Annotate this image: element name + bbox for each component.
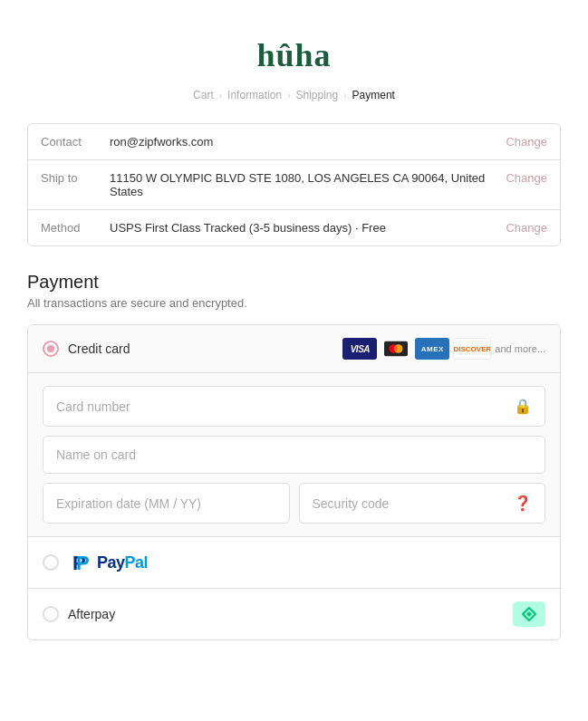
- credit-card-radio[interactable]: [43, 341, 59, 357]
- payment-title: Payment: [27, 272, 561, 293]
- mastercard-icon: [381, 338, 411, 360]
- amex-icon: AMEX: [415, 338, 449, 360]
- name-on-card-input[interactable]: [56, 447, 532, 462]
- breadcrumb-payment: Payment: [352, 89, 395, 101]
- breadcrumb: Cart › Information › Shipping › Payment: [27, 89, 561, 101]
- paypal-radio[interactable]: [43, 554, 59, 571]
- lock-icon: 🔒: [514, 398, 532, 415]
- chevron-icon-3: ›: [343, 91, 346, 101]
- help-icon[interactable]: ❓: [514, 495, 532, 512]
- info-box: Contact ron@zipfworks.com Change Ship to…: [27, 123, 561, 246]
- shipto-value: 11150 W OLYMPIC BLVD STE 1080, LOS ANGEL…: [110, 171, 491, 198]
- paypal-option[interactable]: P P PayPal: [28, 537, 560, 589]
- card-number-field[interactable]: 🔒: [43, 386, 545, 427]
- paypal-wordmark: PayPal: [97, 553, 148, 572]
- shipto-label: Ship to: [41, 171, 95, 185]
- credit-card-option[interactable]: Credit card VISA AMEX: [28, 325, 560, 373]
- visa-icon: VISA: [342, 338, 377, 360]
- breadcrumb-information[interactable]: Information: [227, 89, 282, 101]
- expiry-field[interactable]: [43, 483, 290, 524]
- payment-panel: Credit card VISA AMEX: [27, 324, 561, 640]
- logo: hûha: [27, 36, 561, 74]
- payment-section: Payment All transactions are secure and …: [27, 272, 561, 640]
- afterpay-icon: [513, 601, 545, 627]
- method-change[interactable]: Change: [506, 221, 547, 235]
- afterpay-radio[interactable]: [43, 606, 59, 622]
- name-on-card-field[interactable]: [43, 436, 545, 474]
- credit-card-label: Credit card: [68, 341, 333, 356]
- expiry-input[interactable]: [56, 496, 276, 511]
- contact-label: Contact: [41, 135, 95, 149]
- logo-area: hûha: [27, 18, 561, 89]
- afterpay-label: Afterpay: [68, 607, 504, 621]
- card-fields: 🔒 ❓: [28, 373, 560, 537]
- info-row-method: Method USPS First Class Tracked (3-5 bus…: [28, 210, 560, 245]
- method-value: USPS First Class Tracked (3-5 business d…: [110, 221, 491, 235]
- paypal-logo: P P PayPal: [68, 550, 148, 575]
- info-row-shipto: Ship to 11150 W OLYMPIC BLVD STE 1080, L…: [28, 160, 560, 210]
- shipto-change[interactable]: Change: [506, 171, 547, 185]
- svg-text:P: P: [76, 552, 90, 574]
- breadcrumb-shipping[interactable]: Shipping: [295, 89, 338, 101]
- breadcrumb-cart[interactable]: Cart: [193, 89, 214, 101]
- card-icons: VISA AMEX DISCOVER and more..: [342, 338, 545, 360]
- card-number-input[interactable]: [56, 399, 514, 414]
- afterpay-option[interactable]: Afterpay: [28, 589, 560, 639]
- security-code-field[interactable]: ❓: [299, 483, 546, 524]
- method-label: Method: [41, 221, 95, 235]
- security-code-input[interactable]: [313, 496, 515, 511]
- page-wrapper: hûha Cart › Information › Shipping › Pay…: [0, 0, 588, 677]
- chevron-icon-1: ›: [219, 91, 222, 101]
- contact-change[interactable]: Change: [506, 135, 547, 149]
- discover-icon: DISCOVER: [453, 338, 491, 360]
- info-row-contact: Contact ron@zipfworks.com Change: [28, 124, 560, 160]
- paypal-p-icon: P P: [68, 550, 93, 575]
- card-bottom-row: ❓: [43, 483, 545, 524]
- chevron-icon-2: ›: [287, 91, 290, 101]
- card-more-label: and more...: [495, 343, 545, 354]
- payment-subtitle: All transactions are secure and encrypte…: [27, 296, 561, 310]
- contact-value: ron@zipfworks.com: [110, 135, 491, 149]
